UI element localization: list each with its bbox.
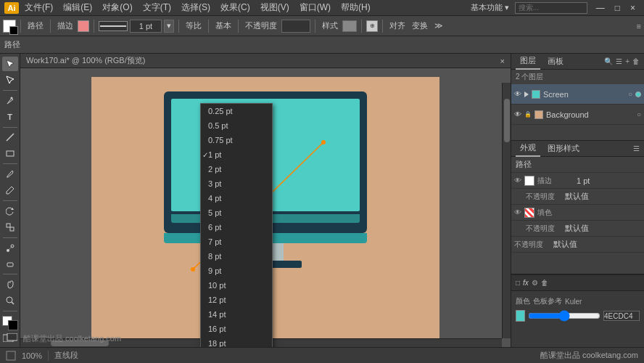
dropdown-item[interactable]: 7 pt [201, 234, 272, 249]
layers-add-icon[interactable]: + [625, 57, 629, 65]
menu-object[interactable]: 对象(O) [98, 1, 136, 14]
appearance-panel: 外观 图形样式 ☰ 路径 👁 描边 1 pt 不透明度 默认值 👁 [511, 141, 644, 274]
tool-eraser[interactable] [2, 257, 18, 272]
layer-lock-bg[interactable]: 🔒 [524, 111, 532, 118]
menu-edit[interactable]: 编辑(E) [59, 1, 96, 14]
dropdown-item[interactable]: 4 pt [201, 191, 272, 205]
tool-pen[interactable] [2, 94, 18, 108]
tool-type[interactable]: T [2, 110, 18, 124]
svg-rect-17 [7, 351, 15, 360]
dropdown-item[interactable]: 12 pt [201, 293, 272, 307]
bp-color-label: 颜色 [516, 296, 530, 306]
app-stroke-color[interactable] [524, 176, 534, 186]
layer-circle-screen: ○ [628, 90, 632, 98]
dropdown-item[interactable]: 8 pt [201, 249, 272, 264]
tool-hand[interactable] [2, 277, 18, 292]
app-fill-color[interactable] [524, 208, 534, 218]
dropdown-item[interactable]: 6 pt [201, 220, 272, 234]
svg-rect-5 [10, 227, 14, 231]
layers-panel-header: 图层 画板 🔍 ☰ + 🗑 [511, 54, 644, 70]
layers-panel: 图层 画板 🔍 ☰ + 🗑 2 个图层 👁 Screen ○ � [511, 54, 644, 141]
appearance-menu-icon[interactable]: ☰ [633, 144, 640, 152]
tool-blend[interactable] [2, 241, 18, 256]
dropdown-item[interactable]: 16 pt [201, 322, 272, 336]
app-fill-vis[interactable]: 👁 [514, 208, 521, 216]
canvas-title-bar: Work170.ai* @ 100% (RGB/预览) × [20, 54, 511, 68]
search-input[interactable] [515, 2, 587, 14]
menu-select[interactable]: 选择(S) [177, 1, 215, 14]
app-stroke-vis[interactable]: 👁 [514, 176, 521, 184]
bp-fx[interactable]: fx [523, 279, 529, 287]
layers-delete-icon[interactable]: 🗑 [632, 57, 640, 65]
opacity-input[interactable]: 100% [281, 20, 310, 33]
layers-menu-icon[interactable]: ☰ [616, 57, 622, 65]
stroke-color-box[interactable] [3, 20, 16, 33]
bottom-panel: □ fx ⚙ 🗑 颜色 色板参考 Kuler [511, 274, 644, 347]
scroll-vertical[interactable] [502, 83, 511, 338]
color-boxes[interactable] [2, 316, 18, 330]
menu-window[interactable]: 窗口(W) [295, 1, 335, 14]
extra-tools: ≫ [432, 21, 445, 30]
menu-view[interactable]: 视图(V) [256, 1, 294, 14]
tool-pencil[interactable] [2, 183, 18, 197]
layer-item-screen[interactable]: 👁 Screen ○ [511, 84, 644, 105]
bp-fill-swatch[interactable] [516, 310, 525, 322]
menu-type[interactable]: 文字(T) [139, 1, 176, 14]
tool-select[interactable] [2, 57, 18, 71]
tab-artboards[interactable]: 画板 [543, 54, 568, 70]
dropdown-item[interactable]: 0.75 pt [201, 133, 272, 147]
window-minimize[interactable]: — [592, 3, 609, 13]
window-close[interactable]: × [626, 3, 640, 13]
stroke-weight-input[interactable] [130, 20, 162, 33]
bp-icon1[interactable]: □ [516, 279, 520, 287]
fill-stroke-swap[interactable] [3, 333, 17, 344]
dropdown-item[interactable]: 18 pt [201, 336, 272, 347]
watermark: 酷课堂出品 coolketang.com [23, 333, 121, 344]
menu-effect[interactable]: 效果(C) [216, 1, 255, 14]
bp-settings[interactable]: ⚙ [532, 279, 538, 287]
bp-hex-input[interactable] [603, 311, 640, 321]
canvas-content[interactable]: 0.25 pt 0.5 pt 0.75 pt 1 pt 2 pt 3 pt 4 … [20, 68, 511, 347]
bp-trash[interactable]: 🗑 [541, 279, 548, 287]
dropdown-item[interactable]: 0.5 pt [201, 118, 272, 133]
layer-arrow [524, 91, 529, 97]
stroke-color-indicator[interactable] [78, 20, 89, 32]
appearance-fill-row: 👁 填色 [511, 205, 644, 221]
dropdown-item[interactable]: 10 pt [201, 278, 272, 293]
dropdown-item[interactable]: 14 pt [201, 307, 272, 322]
dropdown-item-1pt[interactable]: 1 pt [201, 147, 272, 162]
window-maximize[interactable]: □ [611, 3, 624, 13]
panel-toggle[interactable]: ≡ [637, 22, 641, 30]
tool-zoom[interactable] [2, 293, 18, 308]
bp-color-slider[interactable] [528, 312, 600, 319]
tab-appearance[interactable]: 外观 [516, 141, 540, 157]
align-label: 对齐 [387, 20, 408, 31]
opacity-label: 不透明度 [243, 20, 279, 31]
dropdown-item[interactable]: 9 pt [201, 264, 272, 278]
dropdown-item[interactable]: 0.25 pt [201, 104, 272, 118]
tool-rect[interactable] [2, 146, 18, 160]
layers-search-icon[interactable]: 🔍 [604, 57, 613, 65]
stroke-dropdown[interactable]: 0.25 pt 0.5 pt 0.75 pt 1 pt 2 pt 3 pt 4 … [200, 103, 273, 347]
tool-direct-select[interactable] [2, 73, 18, 87]
workspace-label[interactable]: 基本功能 ▾ [466, 2, 513, 13]
tool-brush[interactable] [2, 167, 18, 182]
layer-vis-eye-bg[interactable]: 👁 [514, 110, 521, 118]
layer-item-background[interactable]: 👁 🔒 Background ○ [511, 105, 644, 125]
menu-file[interactable]: 文件(F) [20, 1, 57, 14]
path-label: 路径 [25, 20, 46, 31]
stroke-weight-dropdown[interactable]: ▾ [164, 20, 174, 33]
tab-graphic-styles[interactable]: 图形样式 [543, 141, 584, 157]
canvas-close[interactable]: × [500, 57, 505, 65]
menu-help[interactable]: 帮助(H) [337, 1, 375, 14]
dropdown-item[interactable]: 5 pt [201, 205, 272, 220]
zoom-level[interactable]: 100% [22, 351, 42, 360]
tool-line[interactable] [2, 130, 18, 144]
tool-scale[interactable] [2, 220, 18, 234]
tab-layers[interactable]: 图层 [516, 54, 540, 70]
layer-vis-eye[interactable]: 👁 [514, 90, 521, 98]
tool-rotate[interactable] [2, 204, 18, 219]
dropdown-item[interactable]: 3 pt [201, 176, 272, 191]
dropdown-item[interactable]: 2 pt [201, 162, 272, 176]
scroll-thumb-v[interactable] [504, 99, 510, 142]
